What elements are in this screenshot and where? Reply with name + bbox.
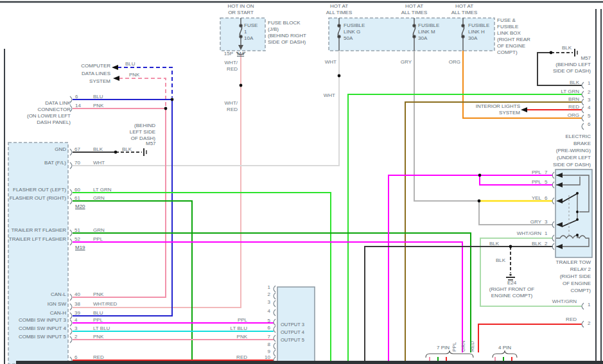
pin-38: 38 [74,301,80,308]
hot-at-all-times-2: HOT AT ALL TIMES [389,3,440,16]
four-pin-label: 4 PIN [485,345,524,351]
color-ppl-52: PPL [93,236,103,243]
output-3-label: OUTPUT 3 [281,322,304,328]
out-pin-2: 2 [259,291,270,298]
connector-m20-link[interactable]: M20 [75,204,85,210]
signal-bat: BAT (F/L) [2,160,66,166]
pin-2: 2 [74,334,77,340]
pin-3: 3 [74,325,77,332]
wire-grn-2 [73,233,471,352]
out-pin-8: 8 [259,342,270,348]
relay-pin-3: 3 [545,219,547,225]
right-pin-4: 4 [588,105,590,111]
gry-wire-label: GRY [392,59,412,65]
color-ltgrn-60: LT GRN [93,187,112,193]
mid-ppl-label: PPL [228,317,247,324]
wire-blu-dashed [118,67,172,98]
gnd-blk-label-2: BLK [122,146,132,153]
pin-39: 39 [74,310,80,316]
signal-combi-3: COMBI SW INPUT 3 [2,317,66,324]
connector-15p-label: 15P [215,51,233,57]
m57-right-label: M57 (BEHIND LEFT SIDE OF DASH) [539,55,591,74]
red-pin-2: 2 [588,320,590,327]
right-brn-color: BRN [547,96,579,103]
color-blu-39: BLU [93,310,103,316]
pin-70: 70 [74,160,80,166]
mid-pnk-label: PNK [228,334,247,340]
out-pin-3: 3 [259,299,270,306]
electric-brake-label: ELECTRIC BRAKE (PRE-WIRING) (UNDER LEFT … [539,133,591,168]
signal-flasher-left: FLASHER OUT (LEFT) [2,187,66,193]
right-blk-color: BLK [547,80,579,86]
pin-4: 4 [74,317,77,324]
mid-ltblu-label: LT BLU [226,325,247,332]
fuse-1-label: FUSE 1 10A [244,22,258,42]
signal-trailer-rt: TRAILER RT FLASHER [2,227,66,234]
ground-m57-left-icon [144,148,146,156]
computer-data-blu-arrow-icon [112,65,118,70]
bottom-ppl-label: PPL [451,331,458,352]
relay-blk-2-color: BLK [511,241,541,247]
relay-pin-6: 6 [545,195,547,202]
relay-whtgrn-1-color: WHT/GRN [511,230,541,237]
mid-red-label: RED [228,354,247,361]
pin-60: 60 [74,187,80,193]
trailer-tow-relay-box [555,169,592,257]
pin-6-bottom: 6 [74,354,77,361]
wht-wire-label: WHT [317,59,336,65]
right-org-color: ORG [547,112,579,119]
relay-ppl-7-color: PPL [511,169,541,176]
color-ltblu-3: LT BLU [93,325,110,332]
bottom-box-edge [16,361,603,364]
right-pin-1: 1 [588,80,590,87]
connector-m19-link[interactable]: M19 [75,245,85,251]
fusible-link-m-label: FUSIBLE LINK M 30A [418,22,439,42]
relay-pin-1: 1 [545,230,547,237]
hot-at-all-times-1: HOT AT ALL TIMES [313,3,365,16]
right-ltgrn-color: LT GRN [547,89,579,95]
pin-51: 51 [74,227,80,234]
color-red-6: RED [93,354,104,361]
out-pin-7: 7 [259,334,270,340]
color-pnk-2: PNK [93,334,103,340]
computer-data-lines-label: COMPUTER DATA LINES SYSTEM [59,62,110,85]
signal-flasher-right: FLASHER OUT (RIGHT) [2,195,66,202]
fusible-link-h-label: FUSIBLE LINK H 30A [468,22,489,42]
out-pin-10: 10 [259,354,270,361]
bottom-red-label: RED [469,331,476,352]
color-blk-67: BLK [93,146,103,153]
hot-at-all-times-3: HOT AT ALL TIMES [439,3,490,16]
right-pin-2: 2 [588,89,590,96]
signal-trailer-lft: TRAILER LFT FLASHER [2,236,66,243]
dlc-pin-14: 14 [75,103,81,109]
m57-right-blk-label: BLK [554,45,572,51]
pin-61: 61 [74,195,80,202]
ground-e24-icon [506,273,515,280]
wht-wire-label-2: WHT [316,92,335,99]
output-5-label: OUTPUT 5 [281,337,304,343]
output-4-label: OUTPUT 4 [281,329,304,336]
interior-lights-arrow-icon [521,107,527,112]
red-label-lower: RED [557,316,577,323]
relay-gry-3-color: GRY [511,219,541,225]
fusible-link-box-label: FUSE & FUSIBLE LINK BOX (RIGHT REAR OF E… [497,17,530,56]
signal-gnd: GND [2,146,66,153]
pin-40: 40 [74,291,80,298]
fuse-block-label: FUSE BLOCK (J/B) (BEHIND RIGHT SIDE OF D… [268,20,306,46]
whtgrn-label: WHT/GRN [545,299,577,305]
signal-combi-4: COMBI SW INPUT 4 [2,325,66,332]
dlc-blu-label: BLU [93,94,103,100]
org-wire-label: ORG [441,59,460,65]
e24-blk-label: BLK [496,257,505,264]
trailer-tow-relay-caption: TRAILER TOW RELAY 2 (RIGHT SIDE OF ENGIN… [543,259,591,294]
relay-yel-6-color: YEL [511,195,541,202]
signal-combi-5: COMBI SW INPUT 5 [2,334,66,340]
color-wht-70: WHT [93,160,105,166]
color-grn-61: GRN [93,195,105,202]
relay-pin-2: 2 [545,241,547,247]
wire-gry [414,51,479,201]
color-grn-51: GRN [93,227,105,234]
connector-m4-link[interactable]: M4 [237,51,244,57]
wht-red-label-1: WHT/ RED [218,60,238,73]
color-ppl-4: PPL [93,317,103,324]
